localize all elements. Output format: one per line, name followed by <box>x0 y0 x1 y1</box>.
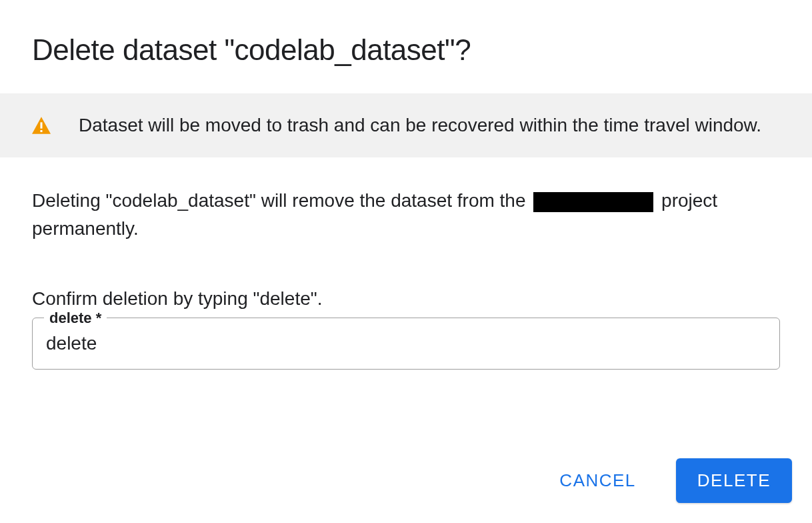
svg-rect-0 <box>40 122 42 128</box>
dialog-title: Delete dataset "codelab_dataset"? <box>0 0 812 93</box>
input-wrapper: delete * <box>32 318 780 370</box>
delete-dataset-dialog: Delete dataset "codelab_dataset"? Datase… <box>0 0 812 523</box>
svg-rect-1 <box>40 130 42 132</box>
info-banner: Dataset will be moved to trash and can b… <box>0 93 812 157</box>
confirm-instruction: Confirm deletion by typing "delete". <box>32 288 780 310</box>
deletion-description: Deleting "codelab_dataset" will remove t… <box>32 187 780 243</box>
banner-text: Dataset will be moved to trash and can b… <box>79 115 761 136</box>
dialog-body: Deleting "codelab_dataset" will remove t… <box>0 157 812 383</box>
cancel-button[interactable]: CANCEL <box>538 458 657 503</box>
dialog-actions: CANCEL DELETE <box>0 438 812 523</box>
delete-button[interactable]: DELETE <box>676 458 792 503</box>
input-label: delete * <box>44 310 107 327</box>
delete-confirmation-input[interactable] <box>32 318 780 370</box>
body-text-before: Deleting "codelab_dataset" will remove t… <box>32 190 531 211</box>
redacted-project-name <box>533 192 653 212</box>
confirm-section: Confirm deletion by typing "delete". del… <box>32 288 780 370</box>
warning-icon <box>32 117 51 134</box>
